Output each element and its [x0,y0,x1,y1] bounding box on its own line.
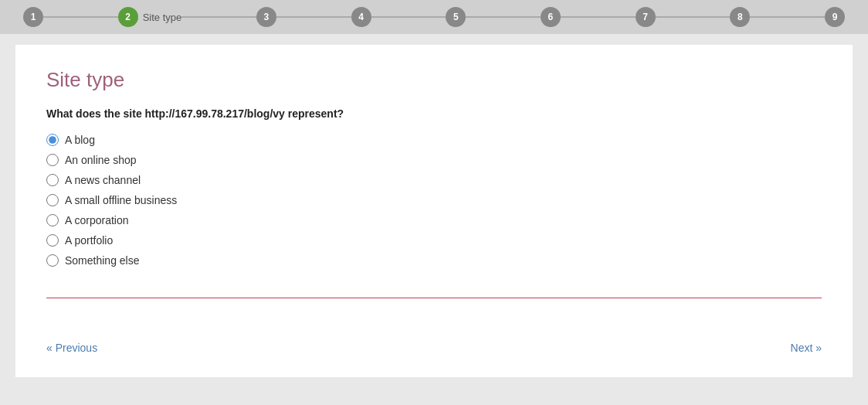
step-7[interactable]: 7 [636,7,656,27]
step-line-3 [276,16,351,18]
progress-steps: 1 2 Site type 3 4 5 6 7 8 9 [23,7,845,27]
step-2[interactable]: 2 [118,7,138,27]
radio-something-else[interactable] [46,254,59,267]
page-title: Site type [46,68,822,92]
step-line-1 [43,16,118,18]
step-2-container: 2 Site type [118,7,182,27]
divider [46,298,822,298]
step-line-7 [656,16,731,18]
step-8[interactable]: 8 [730,7,750,27]
list-item[interactable]: A news channel [46,174,822,186]
list-item[interactable]: A portfolio [46,234,822,247]
label-corporation[interactable]: A corporation [65,214,129,226]
step-3[interactable]: 3 [256,7,276,27]
list-item[interactable]: A small offline business [46,194,822,206]
step-9[interactable]: 9 [825,7,845,27]
step-5[interactable]: 5 [446,7,466,27]
progress-bar: 1 2 Site type 3 4 5 6 7 8 9 [0,0,868,34]
list-item[interactable]: An online shop [46,154,822,166]
list-item[interactable]: Something else [46,254,822,267]
radio-blog[interactable] [46,134,59,146]
radio-small-offline[interactable] [46,194,59,206]
step-line-4 [371,16,446,18]
step-line-2 [181,16,256,18]
radio-online-shop[interactable] [46,154,59,166]
radio-portfolio[interactable] [46,234,59,247]
step-line-8 [750,16,825,18]
list-item[interactable]: A corporation [46,214,822,226]
step-1[interactable]: 1 [23,7,43,27]
options-list: A blog An online shop A news channel A s… [46,134,822,267]
step-line-6 [561,16,636,18]
step-2-label: Site type [143,12,182,23]
step-line-5 [466,16,541,18]
step-6[interactable]: 6 [541,7,561,27]
label-news-channel[interactable]: A news channel [65,174,141,186]
list-item[interactable]: A blog [46,134,822,146]
main-card: Site type What does the site http://167.… [15,45,853,377]
label-blog[interactable]: A blog [65,134,95,146]
label-portfolio[interactable]: A portfolio [65,234,113,247]
nav-footer: « Previous Next » [46,334,822,354]
next-link[interactable]: Next » [791,342,822,354]
question-label: What does the site http://167.99.78.217/… [46,107,822,120]
radio-news-channel[interactable] [46,174,59,186]
step-4[interactable]: 4 [351,7,371,27]
label-small-offline[interactable]: A small offline business [65,194,177,206]
label-something-else[interactable]: Something else [65,254,140,267]
radio-corporation[interactable] [46,214,59,226]
previous-link[interactable]: « Previous [46,342,97,354]
label-online-shop[interactable]: An online shop [65,154,137,166]
